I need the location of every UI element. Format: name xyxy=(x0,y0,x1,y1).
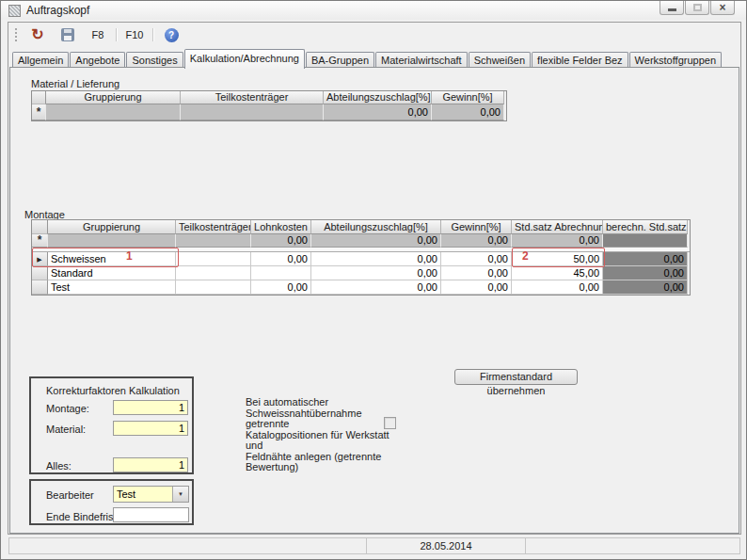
tab-angebote[interactable]: Angebote xyxy=(70,52,125,68)
column-header[interactable]: Abteilungszuschlag[%] xyxy=(324,91,432,104)
table-row: Standard 0,00 0,00 45,00 0,00 xyxy=(32,266,690,280)
cell-abteilungszuschlag[interactable]: 0,00 xyxy=(311,280,441,295)
statusbar-date: 28.05.2014 xyxy=(367,538,526,553)
row-header xyxy=(32,220,48,234)
alles-faktor-field[interactable]: 1 xyxy=(113,457,188,472)
cell-teilkostentraeger[interactable] xyxy=(176,266,251,280)
cell-abteilungszuschlag[interactable]: 0,00 xyxy=(311,234,441,248)
column-header[interactable]: Gruppierung xyxy=(46,91,181,104)
tab-schweissen[interactable]: Schweißen xyxy=(469,52,531,68)
column-header[interactable]: Std.satz Abrechnung xyxy=(512,220,603,234)
statusbar-panel-left xyxy=(9,538,367,553)
column-header[interactable]: Gewinn[%] xyxy=(441,220,512,234)
client-area: ↻ F8 F10 ? Allgemein Angebote Sonstiges … xyxy=(8,22,741,535)
annotation-box-2: 2 xyxy=(512,248,605,267)
column-header[interactable]: berechn. Std.satz Abr xyxy=(603,220,688,234)
cell-stdsatz-abrechnung[interactable]: 45,00 xyxy=(512,266,603,280)
tab-kalkulation-abrechnung[interactable]: Kalkulation/Abrechnung xyxy=(184,49,305,69)
maximize-icon xyxy=(693,4,702,11)
cell-berechn-stdsatz: 0,00 xyxy=(603,266,688,280)
ende-bindefrist-field[interactable] xyxy=(113,507,189,522)
column-header[interactable]: Lohnkosten xyxy=(251,220,311,234)
refresh-icon: ↻ xyxy=(31,27,43,42)
column-header[interactable]: Teilkostenträger xyxy=(181,91,324,104)
column-header[interactable]: Gewinn[%] xyxy=(432,91,504,104)
cell-berechn-stdsatz: 0,00 xyxy=(603,280,688,295)
maximize-button[interactable] xyxy=(685,1,709,15)
minimize-button[interactable] xyxy=(660,1,684,15)
close-button[interactable]: × xyxy=(710,1,735,15)
title-bar: Auftragskopf xyxy=(1,1,746,20)
schweissnaht-checkbox[interactable] xyxy=(384,417,396,429)
toolbar-grip[interactable] xyxy=(14,27,18,42)
column-header[interactable]: Teilkostenträger xyxy=(176,220,251,234)
row-header xyxy=(32,91,46,104)
cell-abteilungszuschlag[interactable]: 0,00 xyxy=(324,104,432,120)
bearbeiter-combobox[interactable]: Test ▼ xyxy=(113,486,189,503)
cell-teilkostentraeger[interactable] xyxy=(176,234,251,248)
cell-teilkostentraeger[interactable] xyxy=(176,252,251,266)
f10-button[interactable]: F10 xyxy=(119,24,150,45)
tab-ba-gruppen[interactable]: BA-Gruppen xyxy=(306,52,374,68)
alles-faktor-label: Alles: xyxy=(46,460,72,472)
cell-lohnkosten[interactable]: 0,00 xyxy=(251,234,311,248)
row-header[interactable] xyxy=(32,280,48,295)
material-grid: Gruppierung Teilkostenträger Abteilungsz… xyxy=(31,90,507,121)
tab-materialwirtschaft[interactable]: Materialwirtschaft xyxy=(375,52,468,68)
cell-gruppierung[interactable] xyxy=(46,104,181,120)
cell-gewinn[interactable]: 0,00 xyxy=(432,104,504,120)
close-icon: × xyxy=(719,3,725,12)
dropdown-button[interactable]: ▼ xyxy=(172,487,188,502)
tab-allgemein[interactable]: Allgemein xyxy=(12,52,69,68)
help-button[interactable]: ? xyxy=(156,24,186,45)
annotation-marker-2: 2 xyxy=(522,249,529,263)
cell-berechn-stdsatz xyxy=(603,234,688,248)
firmenstandard-button[interactable]: Firmenstandard übernehmen xyxy=(454,369,578,385)
cell-lohnkosten[interactable]: 0,00 xyxy=(251,252,311,266)
cell-lohnkosten[interactable] xyxy=(251,266,311,280)
bearbeiter-groupbox: Bearbeiter Test ▼ Ende Bindefrist: xyxy=(29,479,194,525)
save-button[interactable] xyxy=(53,24,83,45)
cell-lohnkosten[interactable]: 0,00 xyxy=(251,280,311,295)
column-header[interactable]: Abteilungszuschlag[%] xyxy=(311,220,441,234)
cell-stdsatz-abrechnung[interactable]: 0,00 xyxy=(512,234,603,248)
toolbar-separator xyxy=(116,28,117,41)
tab-werkstoffgruppen[interactable]: Werkstoffgruppen xyxy=(629,52,722,68)
cell-gewinn[interactable]: 0,00 xyxy=(441,266,512,280)
cell-gruppierung[interactable]: Standard xyxy=(48,266,176,280)
bearbeiter-value: Test xyxy=(114,487,172,502)
montage-faktor-field[interactable]: 1 xyxy=(113,400,188,415)
cell-abteilungszuschlag[interactable]: 0,00 xyxy=(311,252,441,266)
cell-gewinn[interactable]: 0,00 xyxy=(441,234,512,248)
tab-flexible-felder-bez[interactable]: flexible Felder Bez xyxy=(532,52,628,68)
korrekturfaktoren-groupbox: Korrekturfaktoren Kalkulation Montage: 1… xyxy=(29,376,194,474)
cell-teilkostentraeger[interactable] xyxy=(181,104,324,120)
montage-new-row: * 0,00 0,00 0,00 0,00 xyxy=(32,234,690,248)
window-title: Auftragskopf xyxy=(26,4,89,17)
column-header[interactable]: Gruppierung xyxy=(48,220,176,234)
application-window: Auftragskopf × ↻ F8 F10 ? Allgemein Ange… xyxy=(0,0,747,560)
cell-gewinn[interactable]: 0,00 xyxy=(441,252,512,266)
tab-strip: Allgemein Angebote Sonstiges Kalkulation… xyxy=(12,48,739,68)
cell-berechn-stdsatz: 0,00 xyxy=(603,252,688,266)
material-faktor-field[interactable]: 1 xyxy=(113,421,188,436)
cell-gewinn[interactable]: 0,00 xyxy=(441,280,512,295)
schweissnaht-checkbox-label: Bei automatischer Schweissnahtübernahme … xyxy=(246,397,396,473)
f8-button[interactable]: F8 xyxy=(83,24,113,45)
refresh-button[interactable]: ↻ xyxy=(23,24,53,45)
bearbeiter-label: Bearbeiter xyxy=(46,489,94,501)
window-controls: × xyxy=(659,1,735,15)
tab-sonstiges[interactable]: Sonstiges xyxy=(126,52,183,68)
row-header[interactable] xyxy=(32,266,48,280)
cell-gruppierung[interactable] xyxy=(48,234,176,248)
montage-header-row: Gruppierung Teilkostenträger Lohnkosten … xyxy=(32,220,690,234)
ende-bindefrist-label: Ende Bindefrist: xyxy=(46,511,119,522)
cell-abteilungszuschlag[interactable]: 0,00 xyxy=(311,266,441,280)
new-row-marker: * xyxy=(32,234,48,248)
cell-stdsatz-abrechnung[interactable]: 0,00 xyxy=(512,280,603,295)
cell-teilkostentraeger[interactable] xyxy=(176,280,251,295)
cell-gruppierung[interactable]: Test xyxy=(48,280,176,295)
korrekturfaktoren-title: Korrekturfaktoren Kalkulation xyxy=(46,385,180,396)
chevron-down-icon: ▼ xyxy=(178,491,183,497)
status-bar: 28.05.2014 xyxy=(8,537,740,554)
